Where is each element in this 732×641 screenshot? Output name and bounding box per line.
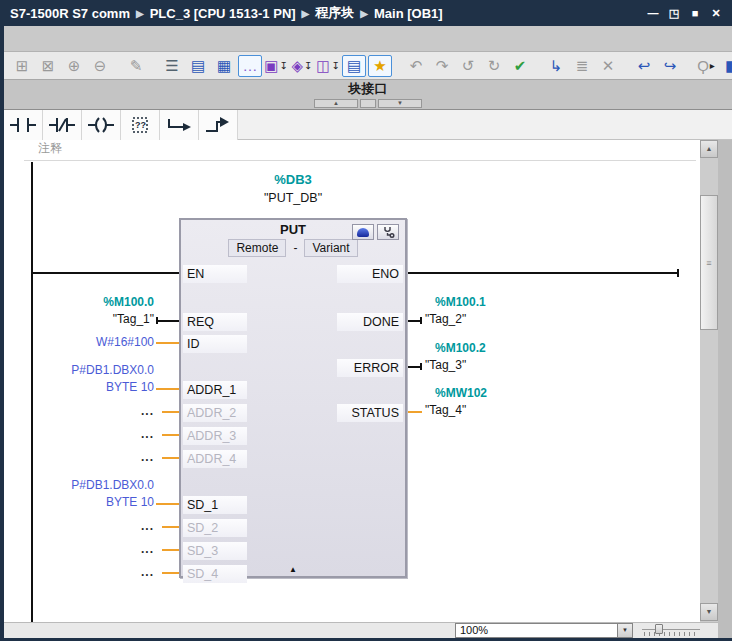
db-address[interactable]: %DB3 bbox=[179, 172, 407, 187]
network-comments-toggle-icon[interactable]: … bbox=[238, 55, 262, 77]
restore-icon[interactable]: ◳ bbox=[666, 6, 682, 21]
network-sequence-icon[interactable]: ☰ bbox=[160, 55, 184, 77]
find-replace-icon[interactable]: Ϙ▸ bbox=[694, 55, 718, 77]
pin-id: ID bbox=[183, 335, 247, 353]
operand-addr2-empty[interactable]: ... bbox=[12, 403, 154, 420]
operand-addr1-pointer[interactable]: P#DB1.DBX0.0 bbox=[12, 362, 154, 379]
navigate-back-icon[interactable]: ↩ bbox=[632, 55, 656, 77]
remote-dropdown[interactable]: Remote bbox=[228, 239, 286, 257]
ladder-toolbar: ?? bbox=[4, 110, 732, 140]
operand-sd1-pointer[interactable]: P#DB1.DBX0.0 bbox=[12, 477, 154, 494]
operand-sd2-empty[interactable]: ... bbox=[12, 518, 154, 535]
window-controls: — ◳ ■ ✕ bbox=[645, 6, 724, 21]
delete-network-icon[interactable]: ⊠ bbox=[36, 55, 60, 77]
wire-en bbox=[33, 272, 179, 274]
insert-comment-icon[interactable]: ◈↧ bbox=[290, 55, 314, 77]
operand-sd1-length[interactable]: BYTE 10 bbox=[12, 494, 154, 511]
breadcrumb-plc[interactable]: PLC_3 [CPU 1513-1 PN] bbox=[150, 6, 296, 21]
operand-req-tag[interactable]: "Tag_1" bbox=[12, 311, 154, 328]
collapse-block-icon[interactable]: ▲ bbox=[289, 566, 297, 574]
open-branch-button[interactable] bbox=[160, 110, 199, 140]
contact-closed-button[interactable] bbox=[43, 110, 82, 140]
refresh-consistency-icon[interactable]: ↻ bbox=[482, 55, 506, 77]
operand-addr3-empty[interactable]: ... bbox=[12, 426, 154, 443]
breadcrumb-project[interactable]: S7-1500R S7 comm bbox=[10, 6, 130, 21]
empty-box-button[interactable]: ?? bbox=[121, 110, 160, 140]
go-to-definition-icon[interactable]: ↳ bbox=[544, 55, 568, 77]
scrollbar-thumb[interactable]: ≡ bbox=[700, 195, 718, 330]
absolute-operands-icon[interactable]: ▤ bbox=[186, 55, 210, 77]
operand-status-address[interactable]: %MW102 bbox=[425, 385, 585, 402]
breadcrumb-main-ob1[interactable]: Main [OB1] bbox=[374, 6, 443, 21]
chevron-down-icon[interactable]: ▼ bbox=[617, 624, 632, 637]
operand-done[interactable]: %M100.1 "Tag_2" bbox=[425, 294, 585, 328]
previous-error-icon[interactable]: ↶ bbox=[404, 55, 428, 77]
pin-done: DONE bbox=[337, 313, 403, 331]
operand-error-address[interactable]: %M100.2 bbox=[425, 340, 585, 357]
insert-row-icon[interactable]: ⊕ bbox=[62, 55, 86, 77]
zoom-slider-thumb[interactable] bbox=[655, 624, 663, 634]
operand-error[interactable]: %M100.2 "Tag_3" bbox=[425, 340, 585, 374]
favorites-toggle-icon[interactable]: ★ bbox=[368, 55, 392, 77]
zoom-slider[interactable] bbox=[642, 623, 700, 637]
close-branch-button[interactable] bbox=[199, 110, 238, 140]
maximize-icon[interactable]: ■ bbox=[687, 6, 703, 21]
network-comment-placeholder[interactable]: 注释 bbox=[38, 140, 62, 157]
navigate-forward-icon[interactable]: ↪ bbox=[658, 55, 682, 77]
minimize-icon[interactable]: — bbox=[645, 6, 661, 21]
close-branch-icon bbox=[203, 115, 233, 135]
operand-error-tag[interactable]: "Tag_3" bbox=[425, 357, 585, 374]
contact-open-button[interactable] bbox=[4, 110, 43, 140]
scroll-up-icon[interactable]: ▲ bbox=[700, 140, 718, 158]
operand-addr4-empty[interactable]: ... bbox=[12, 449, 154, 466]
delete-row-icon[interactable]: ⊖ bbox=[88, 55, 112, 77]
wire-req bbox=[156, 320, 179, 322]
variant-dropdown[interactable]: Variant bbox=[304, 239, 357, 257]
operand-req[interactable]: %M100.0 "Tag_1" bbox=[12, 294, 154, 328]
next-error-icon[interactable]: ↷ bbox=[430, 55, 454, 77]
zoom-combobox[interactable]: 100% ▼ bbox=[455, 623, 633, 638]
operand-status-tag[interactable]: "Tag_4" bbox=[425, 402, 585, 419]
insert-box-icon[interactable]: ▣↧ bbox=[264, 55, 288, 77]
operand-sd1[interactable]: P#DB1.DBX0.0 BYTE 10 bbox=[12, 477, 154, 511]
splitter-up-icon[interactable]: ▲ bbox=[314, 99, 358, 108]
coil-button[interactable] bbox=[82, 110, 121, 140]
insert-network-icon[interactable]: ⊞ bbox=[10, 55, 34, 77]
coil-icon bbox=[86, 115, 116, 135]
splitter-handle[interactable] bbox=[360, 99, 376, 108]
operand-addr1-length[interactable]: BYTE 10 bbox=[12, 379, 154, 396]
operand-representation-toggle-icon[interactable]: ▤ bbox=[342, 55, 366, 77]
change-instance-icon[interactable] bbox=[352, 224, 374, 240]
breadcrumb-arrow-icon: ▶ bbox=[302, 8, 310, 19]
operand-id-constant[interactable]: W#16#100 bbox=[12, 334, 154, 351]
pin-eno: ENO bbox=[337, 265, 403, 283]
reset-start-values-icon[interactable]: ✎ bbox=[124, 55, 148, 77]
editor-layout-icon[interactable]: ◧ bbox=[720, 55, 732, 77]
breadcrumb-program-blocks[interactable]: 程序块 bbox=[315, 4, 354, 22]
operand-req-address[interactable]: %M100.0 bbox=[12, 294, 154, 311]
operand-done-tag[interactable]: "Tag_2" bbox=[425, 311, 585, 328]
pin-sd4: SD_4 bbox=[183, 565, 247, 583]
wire-error-tick bbox=[420, 363, 422, 370]
splitter-down-icon[interactable]: ▼ bbox=[378, 99, 422, 108]
operand-status[interactable]: %MW102 "Tag_4" bbox=[425, 385, 585, 419]
update-block-calls-icon[interactable]: ↺ bbox=[456, 55, 480, 77]
operand-sd4-empty[interactable]: ... bbox=[12, 564, 154, 581]
vertical-scrollbar[interactable]: ▲ ≡ ▼ bbox=[700, 140, 718, 622]
close-icon[interactable]: ✕ bbox=[708, 6, 724, 21]
operand-sd3-empty[interactable]: ... bbox=[12, 541, 154, 558]
pin-sd2: SD_2 bbox=[183, 519, 247, 537]
assignment-list-icon[interactable]: ✕ bbox=[596, 55, 620, 77]
symbolic-operands-icon[interactable]: ▦ bbox=[212, 55, 236, 77]
db-name[interactable]: "PUT_DB" bbox=[179, 191, 407, 205]
put-block[interactable]: PUT Remote - Variant EN REQ ID ADDR_1 AD… bbox=[179, 218, 407, 578]
call-structure-icon[interactable]: ≣ bbox=[570, 55, 594, 77]
diagnostics-icon[interactable] bbox=[377, 224, 399, 240]
operand-done-address[interactable]: %M100.1 bbox=[425, 294, 585, 311]
operand-addr1[interactable]: P#DB1.DBX0.0 BYTE 10 bbox=[12, 362, 154, 396]
insert-operand-icon[interactable]: ◫↧ bbox=[316, 55, 340, 77]
scroll-down-icon[interactable]: ▼ bbox=[700, 603, 718, 621]
wire-addr1 bbox=[156, 388, 179, 390]
ladder-editor-canvas[interactable]: 注释 %DB3 "PUT_DB" PUT bbox=[4, 140, 700, 622]
compile-check-icon[interactable]: ✔ bbox=[508, 55, 532, 77]
